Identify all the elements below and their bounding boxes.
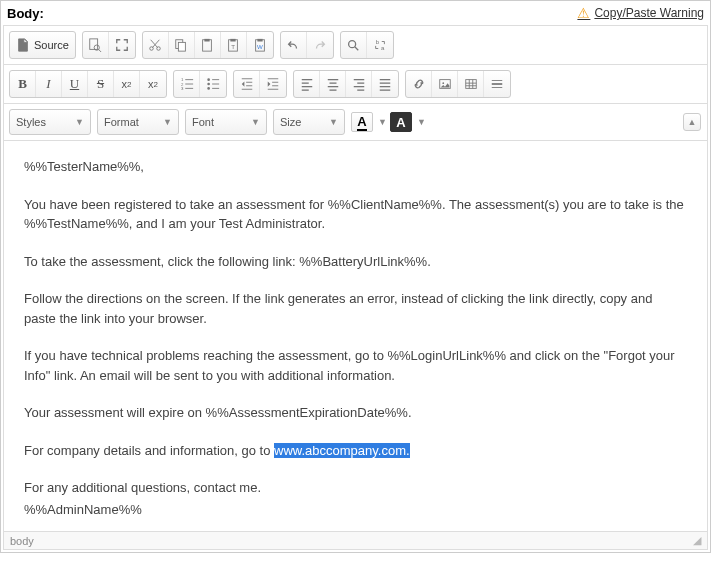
undo-button[interactable] [281, 32, 307, 58]
bg-color-button[interactable]: A [390, 112, 412, 132]
replace-button[interactable]: ba [367, 32, 393, 58]
selected-link-text: www.abccompany.com [274, 443, 406, 458]
warning-icon: ⚠ [577, 5, 590, 21]
redo-button[interactable] [307, 32, 333, 58]
clipboard-word-icon: W [253, 38, 267, 52]
svg-point-56 [442, 82, 444, 84]
undo-icon [286, 38, 300, 52]
table-button[interactable] [458, 71, 484, 97]
cut-button[interactable] [143, 32, 169, 58]
svg-text:T: T [231, 43, 235, 50]
paragraph: Follow the directions on the screen. If … [24, 289, 687, 328]
page-magnify-icon [88, 38, 102, 52]
numbered-list-icon: 123 [180, 77, 194, 91]
outdent-button[interactable] [234, 71, 260, 97]
paragraph: Your assessment will expire on %%Assessm… [24, 403, 687, 423]
scissors-icon [148, 38, 162, 52]
ordered-list-button[interactable]: 123 [174, 71, 200, 97]
element-path[interactable]: body [10, 535, 34, 547]
hr-button[interactable] [484, 71, 510, 97]
editor-container: Body: ⚠ Copy/Paste Warning Source [0, 0, 711, 553]
paste-word-button[interactable]: W [247, 32, 273, 58]
chevron-down-icon[interactable]: ▼ [375, 117, 390, 127]
align-justify-icon [378, 77, 392, 91]
svg-rect-8 [205, 39, 210, 42]
indent-button[interactable] [260, 71, 286, 97]
svg-rect-10 [231, 39, 236, 42]
svg-point-25 [207, 78, 210, 81]
svg-point-27 [207, 87, 210, 90]
content-area: %%TesterName%%, You have been registered… [4, 141, 707, 531]
chevron-down-icon[interactable]: ▼ [414, 117, 429, 127]
toolbar-row-1: Source T W ba [4, 26, 707, 65]
size-dropdown[interactable]: Size▼ [273, 109, 345, 135]
superscript-button[interactable]: x2 [140, 71, 166, 97]
subscript-button[interactable]: x2 [114, 71, 140, 97]
align-right-icon [352, 77, 366, 91]
footer-bar: body ◢ [4, 531, 707, 549]
underline-button[interactable]: U [62, 71, 88, 97]
replace-icon: ba [373, 38, 387, 52]
svg-rect-57 [465, 80, 476, 89]
paragraph: %%TesterName%%, [24, 157, 687, 177]
align-left-button[interactable] [294, 71, 320, 97]
styles-dropdown[interactable]: Styles▼ [9, 109, 91, 135]
clipboard-icon [200, 38, 214, 52]
svg-text:a: a [381, 44, 385, 51]
paragraph: For any additional questions, contact me… [24, 478, 687, 498]
paste-text-button[interactable]: T [221, 32, 247, 58]
chevron-down-icon: ▼ [329, 117, 338, 127]
chevron-down-icon: ▼ [251, 117, 260, 127]
image-icon [438, 77, 452, 91]
link-button[interactable] [406, 71, 432, 97]
paragraph: %%AdminName%% [24, 500, 687, 520]
svg-rect-6 [179, 42, 186, 51]
link-icon [412, 77, 426, 91]
strike-button[interactable]: S [88, 71, 114, 97]
svg-line-16 [355, 47, 359, 51]
italic-button[interactable]: I [36, 71, 62, 97]
toolbar-row-3: Styles▼ Format▼ Font▼ Size▼ A▼ A▼ ▲ [4, 104, 707, 141]
indent-icon [266, 77, 280, 91]
paragraph: To take the assessment, click the follow… [24, 252, 687, 272]
editable-body[interactable]: %%TesterName%%, You have been registered… [4, 141, 707, 531]
search-icon [346, 38, 360, 52]
align-center-button[interactable] [320, 71, 346, 97]
chevron-down-icon: ▼ [75, 117, 84, 127]
align-left-icon [300, 77, 314, 91]
preview-button[interactable] [83, 32, 109, 58]
text-color-button[interactable]: A [351, 112, 373, 132]
outdent-icon [240, 77, 254, 91]
svg-text:W: W [257, 43, 263, 50]
image-button[interactable] [432, 71, 458, 97]
document-icon [16, 38, 30, 52]
find-button[interactable] [341, 32, 367, 58]
svg-text:b: b [375, 38, 379, 45]
copy-button[interactable] [169, 32, 195, 58]
clipboard-text-icon: T [226, 38, 240, 52]
svg-line-2 [99, 49, 102, 52]
source-button[interactable]: Source [10, 32, 75, 58]
warning-text: Copy/Paste Warning [594, 6, 704, 20]
maximize-icon [115, 38, 129, 52]
copy-icon [174, 38, 188, 52]
collapse-toolbar-button[interactable]: ▲ [683, 113, 701, 131]
copy-paste-warning-link[interactable]: ⚠ Copy/Paste Warning [577, 5, 704, 21]
align-right-button[interactable] [346, 71, 372, 97]
table-icon [464, 77, 478, 91]
header-bar: Body: ⚠ Copy/Paste Warning [1, 1, 710, 25]
maximize-button[interactable] [109, 32, 135, 58]
paste-button[interactable] [195, 32, 221, 58]
format-dropdown[interactable]: Format▼ [97, 109, 179, 135]
body-label: Body: [7, 6, 44, 21]
resize-handle[interactable]: ◢ [693, 534, 701, 547]
svg-text:3: 3 [180, 86, 183, 91]
unordered-list-button[interactable] [200, 71, 226, 97]
font-dropdown[interactable]: Font▼ [185, 109, 267, 135]
align-justify-button[interactable] [372, 71, 398, 97]
svg-rect-0 [90, 39, 98, 50]
paragraph: For company details and information, go … [24, 441, 687, 461]
redo-icon [313, 38, 327, 52]
bold-button[interactable]: B [10, 71, 36, 97]
svg-point-26 [207, 83, 210, 86]
